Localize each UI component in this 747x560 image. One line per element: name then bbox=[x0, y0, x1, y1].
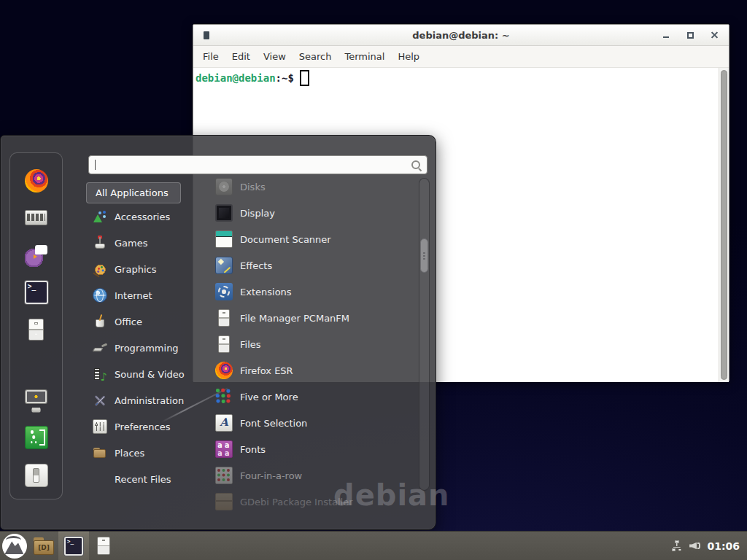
app-label: Four-in-a-row bbox=[240, 470, 302, 481]
terminal-menu-terminal[interactable]: Terminal bbox=[338, 51, 391, 62]
terminal-menu-help[interactable]: Help bbox=[391, 51, 426, 62]
favorites-column bbox=[9, 152, 63, 499]
category-label: Programming bbox=[115, 343, 179, 354]
taskbar: 01:06 bbox=[0, 531, 747, 560]
taskbar-file-manager[interactable] bbox=[29, 532, 58, 560]
extensions-icon bbox=[215, 283, 233, 300]
app-four-in-a-row[interactable]: Four-in-a-row bbox=[205, 462, 418, 489]
app-label: Font Selection bbox=[240, 418, 307, 429]
font-selection-icon bbox=[215, 414, 233, 432]
places-icon bbox=[93, 446, 107, 460]
terminal-menu-view[interactable]: View bbox=[257, 51, 293, 62]
app-extensions[interactable]: Extensions bbox=[205, 279, 418, 305]
display-icon bbox=[215, 204, 233, 222]
five-or-more-icon bbox=[215, 388, 233, 405]
games-icon bbox=[93, 236, 107, 250]
taskbar-file-cabinet[interactable] bbox=[89, 532, 118, 560]
session-group bbox=[25, 388, 48, 487]
terminal-menu-file[interactable]: File bbox=[196, 51, 225, 62]
prompt-path-suffix: :~$ bbox=[276, 72, 294, 84]
category-list: All ApplicationsAccessoriesGamesGraphics… bbox=[82, 182, 192, 492]
category-games[interactable]: Games bbox=[82, 230, 192, 256]
effects-icon bbox=[215, 257, 233, 274]
category-label: Accessories bbox=[115, 211, 170, 222]
taskbar-app-menu-button[interactable] bbox=[0, 532, 29, 560]
category-sound-video[interactable]: Sound & Video bbox=[82, 361, 192, 387]
category-label: Administration bbox=[115, 395, 184, 406]
category-all-applications[interactable]: All Applications bbox=[86, 182, 181, 203]
app-gdebi-package-installer[interactable]: GDebi Package Installer bbox=[205, 489, 418, 511]
administration-icon bbox=[93, 393, 107, 408]
terminal-menubar: FileEditViewSearchTerminalHelp bbox=[193, 46, 729, 68]
category-places[interactable]: Places bbox=[82, 440, 192, 466]
accessories-icon bbox=[93, 209, 107, 224]
app-disks[interactable]: Disks bbox=[205, 174, 418, 200]
session-lock-screen[interactable] bbox=[25, 388, 48, 411]
favorite-keyboard[interactable] bbox=[25, 206, 48, 230]
app-five-or-more[interactable]: Five or More bbox=[205, 384, 418, 410]
search-input[interactable] bbox=[89, 156, 427, 174]
tray-network[interactable] bbox=[671, 540, 682, 551]
category-preferences[interactable]: Preferences bbox=[82, 413, 192, 440]
category-label: Graphics bbox=[115, 264, 156, 275]
fonts-icon bbox=[215, 440, 233, 458]
app-fonts[interactable]: Fonts bbox=[205, 436, 418, 462]
pidgin-icon bbox=[25, 244, 48, 267]
favorite-pidgin[interactable] bbox=[25, 244, 48, 267]
lock-screen-icon bbox=[25, 388, 48, 411]
category-programming[interactable]: Programming bbox=[82, 335, 192, 361]
desktop: debian@debian: ~ FileEditViewSearchTermi… bbox=[0, 0, 747, 560]
prompt-user-host: debian@debian bbox=[196, 72, 276, 84]
gdebi-icon bbox=[215, 493, 233, 510]
session-shut-down[interactable] bbox=[25, 464, 48, 487]
category-recent-files[interactable]: Recent Files bbox=[82, 466, 192, 492]
maximize-icon[interactable] bbox=[686, 31, 694, 39]
favorite-firefox[interactable] bbox=[25, 169, 48, 192]
favorite-file-manager[interactable] bbox=[25, 318, 48, 341]
terminal-menu-search[interactable]: Search bbox=[293, 51, 338, 62]
taskbar-launchers bbox=[0, 532, 118, 560]
app-list-scrollbar[interactable] bbox=[419, 178, 430, 491]
search-icon bbox=[411, 160, 422, 171]
app-label: Five or More bbox=[240, 392, 298, 402]
category-accessories[interactable]: Accessories bbox=[82, 203, 192, 230]
category-administration[interactable]: Administration bbox=[82, 387, 192, 413]
session-log-out[interactable] bbox=[25, 426, 48, 449]
favorite-terminal[interactable] bbox=[25, 281, 48, 304]
terminal-scrollbar-thumb[interactable] bbox=[721, 70, 727, 380]
category-label: Internet bbox=[115, 290, 152, 301]
graphics-icon bbox=[93, 262, 107, 276]
category-label: Recent Files bbox=[115, 474, 171, 485]
file-manager-icon bbox=[33, 535, 55, 557]
app-menu-button-icon bbox=[2, 534, 27, 559]
text-caret bbox=[95, 160, 96, 170]
sound-video-icon bbox=[93, 367, 107, 381]
system-tray bbox=[671, 540, 701, 552]
tray-volume[interactable] bbox=[689, 540, 701, 552]
category-graphics[interactable]: Graphics bbox=[82, 256, 192, 282]
terminal-scrollbar[interactable] bbox=[719, 68, 729, 382]
app-label: Disks bbox=[240, 182, 266, 192]
app-label: File Manager PCManFM bbox=[240, 313, 349, 324]
category-office[interactable]: Office bbox=[82, 308, 192, 335]
shut-down-icon bbox=[25, 464, 48, 487]
scrollbar-thumb[interactable] bbox=[420, 238, 428, 273]
terminal-menu-edit[interactable]: Edit bbox=[225, 51, 257, 62]
app-font-selection[interactable]: Font Selection bbox=[205, 410, 418, 436]
four-in-a-row-icon bbox=[215, 467, 233, 484]
app-display[interactable]: Display bbox=[205, 200, 418, 226]
search-box[interactable] bbox=[88, 155, 427, 174]
app-label: Fonts bbox=[240, 444, 266, 455]
category-internet[interactable]: Internet bbox=[82, 282, 192, 308]
minimize-icon[interactable] bbox=[662, 31, 670, 39]
taskbar-terminal[interactable] bbox=[58, 532, 89, 560]
app-label: Document Scanner bbox=[240, 234, 331, 245]
app-file-manager-pcmanfm[interactable]: File Manager PCManFM bbox=[205, 305, 418, 331]
app-effects[interactable]: Effects bbox=[205, 252, 418, 279]
app-firefox-esr[interactable]: Firefox ESR bbox=[205, 357, 418, 384]
terminal-titlebar[interactable]: debian@debian: ~ bbox=[193, 25, 729, 46]
app-files[interactable]: Files bbox=[205, 331, 418, 357]
close-icon[interactable] bbox=[711, 31, 719, 39]
app-label: GDebi Package Installer bbox=[240, 497, 353, 508]
app-document-scanner[interactable]: Document Scanner bbox=[205, 226, 418, 252]
